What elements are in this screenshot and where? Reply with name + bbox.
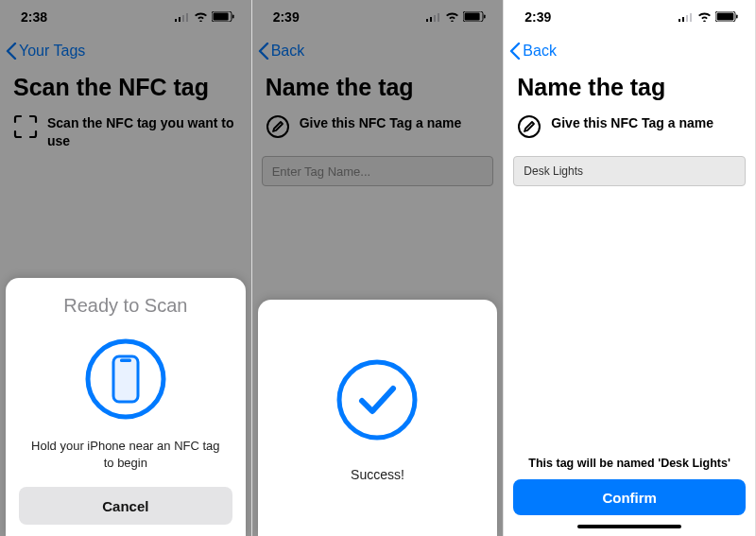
instruction-row: Give this NFC Tag a name xyxy=(252,114,504,143)
sheet-message: Hold your iPhone near an NFC tag to begi… xyxy=(31,438,220,472)
signal-icon xyxy=(426,9,441,25)
screen-scan-nfc: 2:38 Your Tags Scan the NFC tag Scan the… xyxy=(0,0,252,536)
status-bar: 2:39 xyxy=(252,0,504,34)
svg-rect-9 xyxy=(120,358,131,362)
nfc-sheet: Ready to Scan Hold your iPhone near an N… xyxy=(6,278,246,536)
screen-name-tag-input: 2:39 Back Name the tag Give this NFC Tag… xyxy=(504,0,756,536)
svg-rect-6 xyxy=(232,15,234,19)
svg-rect-10 xyxy=(426,19,428,22)
instruction-text: Give this NFC Tag a name xyxy=(551,114,713,132)
wifi-icon xyxy=(697,9,712,25)
svg-point-17 xyxy=(267,116,288,137)
svg-point-18 xyxy=(339,362,415,438)
footer-note: This tag will be named 'Desk Lights' xyxy=(528,457,730,470)
status-time: 2:39 xyxy=(273,9,300,25)
sheet-title: Ready to Scan xyxy=(63,295,187,317)
nav-bar: Back xyxy=(252,34,504,68)
back-button[interactable]: Back xyxy=(509,43,557,60)
status-time: 2:38 xyxy=(21,9,47,25)
page-title: Scan the NFC tag xyxy=(0,68,251,114)
status-bar: 2:39 xyxy=(504,0,755,34)
scan-brackets-icon xyxy=(13,114,38,143)
page-title: Name the tag xyxy=(504,68,755,114)
tag-name-input[interactable] xyxy=(262,156,494,186)
svg-rect-25 xyxy=(736,15,738,19)
svg-point-26 xyxy=(519,116,540,137)
screen-name-tag-success: 2:39 Back Name the tag Give this NFC Tag… xyxy=(252,0,505,536)
battery-icon xyxy=(463,9,486,25)
instruction-text: Give this NFC Tag a name xyxy=(300,114,462,132)
status-bar: 2:38 xyxy=(0,0,251,34)
nfc-phone-icon xyxy=(84,337,167,424)
pencil-circle-icon xyxy=(266,114,290,143)
back-button[interactable]: Back xyxy=(258,43,305,60)
confirm-button[interactable]: Confirm xyxy=(513,479,746,515)
svg-rect-15 xyxy=(465,13,480,21)
signal-icon xyxy=(679,9,694,25)
success-check-icon xyxy=(334,356,421,447)
nfc-success-sheet: Success! xyxy=(258,300,498,536)
svg-rect-8 xyxy=(113,356,138,402)
svg-rect-3 xyxy=(186,13,188,22)
svg-rect-5 xyxy=(213,13,228,21)
cancel-button[interactable]: Cancel xyxy=(19,487,232,525)
nav-bar: Your Tags xyxy=(0,34,251,68)
wifi-icon xyxy=(445,9,459,25)
svg-rect-24 xyxy=(717,13,734,21)
status-time: 2:39 xyxy=(524,9,551,25)
svg-rect-20 xyxy=(682,17,684,22)
signal-icon xyxy=(175,9,190,25)
sheet-message: Success! xyxy=(351,466,404,485)
svg-rect-13 xyxy=(438,13,439,22)
back-label: Your Tags xyxy=(19,43,85,60)
svg-rect-2 xyxy=(182,15,184,22)
back-label: Back xyxy=(523,43,557,60)
svg-rect-22 xyxy=(690,13,692,22)
home-indicator xyxy=(577,525,681,528)
tag-name-input[interactable] xyxy=(513,156,746,186)
svg-rect-0 xyxy=(175,19,177,22)
back-label: Back xyxy=(271,43,305,60)
chevron-left-icon xyxy=(6,43,17,60)
svg-rect-19 xyxy=(679,19,680,22)
svg-rect-16 xyxy=(484,15,486,19)
confirm-footer: This tag will be named 'Desk Lights' Con… xyxy=(504,457,755,536)
instruction-row: Scan the NFC tag you want to use xyxy=(0,114,251,150)
instruction-row: Give this NFC Tag a name xyxy=(504,114,755,143)
instruction-text: Scan the NFC tag you want to use xyxy=(47,114,238,150)
svg-rect-11 xyxy=(430,17,432,22)
pencil-circle-icon xyxy=(517,114,541,143)
page-title: Name the tag xyxy=(252,68,504,114)
battery-icon xyxy=(212,9,234,25)
nav-bar: Back xyxy=(504,34,755,68)
chevron-left-icon xyxy=(258,43,269,60)
svg-rect-1 xyxy=(179,17,180,22)
back-button[interactable]: Your Tags xyxy=(6,43,85,60)
wifi-icon xyxy=(194,9,208,25)
chevron-left-icon xyxy=(509,43,521,60)
svg-rect-12 xyxy=(434,15,436,22)
battery-icon xyxy=(715,9,738,25)
svg-rect-21 xyxy=(686,15,688,22)
